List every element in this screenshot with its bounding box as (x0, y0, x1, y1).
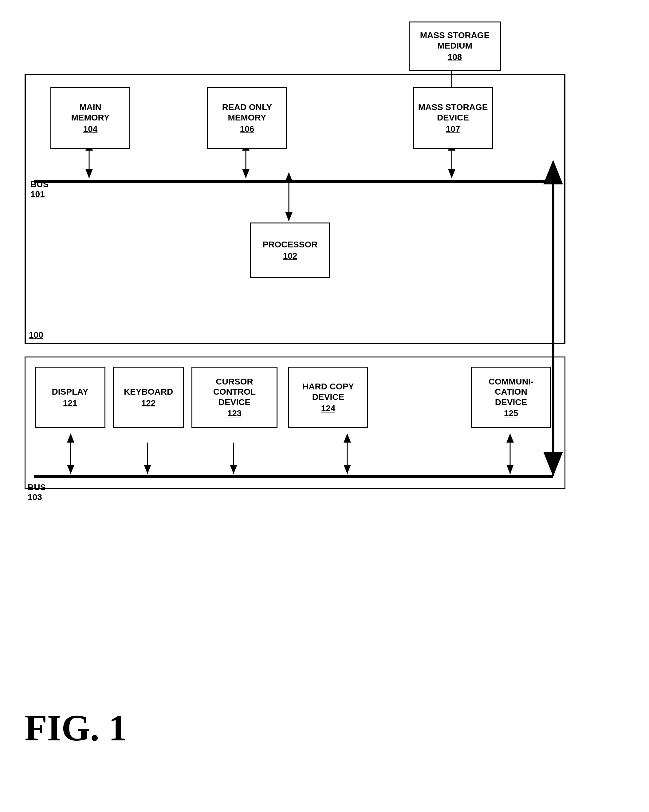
read-only-memory-label: READ ONLYMEMORY (222, 102, 272, 123)
keyboard-label: KEYBOARD (124, 387, 173, 397)
figure-text: FIG. 1 (24, 708, 127, 748)
mass-storage-medium-box: MASS STORAGEMEDIUM 108 (409, 21, 501, 71)
outer-box-num: 100 (29, 330, 43, 340)
hard-copy-label: HARD COPYDEVICE (302, 382, 354, 402)
communication-num: 125 (504, 409, 518, 418)
diagram: MASS STORAGEMEDIUM 108 BUS 101 MAINMEMOR… (24, 18, 608, 541)
main-memory-label: MAINMEMORY (71, 102, 110, 123)
processor-num: 102 (283, 251, 298, 261)
hard-copy-box: HARD COPYDEVICE 124 (288, 367, 368, 428)
mass-storage-medium-label: MASS STORAGEMEDIUM (420, 30, 490, 51)
keyboard-num: 122 (141, 398, 156, 408)
mass-storage-medium-num: 108 (448, 52, 462, 62)
figure-label: FIG. 1 (24, 707, 127, 749)
bus-103-num: 103 (27, 492, 42, 502)
read-only-memory-box: READ ONLYMEMORY 106 (207, 87, 287, 149)
outer-box-100: BUS 101 MAINMEMORY 104 READ ONLYMEMORY 1… (24, 74, 565, 344)
read-only-memory-num: 106 (240, 124, 254, 134)
processor-label: PROCESSOR (263, 240, 318, 250)
communication-box: COMMUNI-CATIONDEVICE 125 (471, 367, 551, 428)
bus-103-label: BUS (27, 482, 46, 492)
bus-101-num: 101 (31, 189, 45, 199)
cursor-control-num: 123 (228, 409, 242, 418)
keyboard-box: KEYBOARD 122 (113, 367, 184, 428)
mass-storage-device-num: 107 (446, 124, 460, 134)
bus-103-area: BUS 103 (27, 482, 46, 502)
main-memory-box: MAINMEMORY 104 (50, 87, 130, 149)
cursor-control-label: CURSORCONTROLDEVICE (213, 377, 256, 408)
bus-101-label: BUS (31, 180, 49, 189)
display-label: DISPLAY (52, 387, 89, 397)
display-num: 121 (63, 398, 78, 408)
mass-storage-device-label: MASS STORAGEDEVICE (418, 102, 488, 123)
processor-box: PROCESSOR 102 (250, 223, 330, 278)
cursor-control-box: CURSORCONTROLDEVICE 123 (191, 367, 278, 428)
main-memory-num: 104 (83, 124, 98, 134)
lower-io-box: DISPLAY 121 KEYBOARD 122 CURSORCONTROLDE… (24, 357, 565, 489)
mass-storage-device-box: MASS STORAGEDEVICE 107 (413, 87, 493, 149)
communication-label: COMMUNI-CATIONDEVICE (489, 377, 533, 408)
display-box: DISPLAY 121 (35, 367, 105, 428)
hard-copy-num: 124 (321, 403, 336, 414)
